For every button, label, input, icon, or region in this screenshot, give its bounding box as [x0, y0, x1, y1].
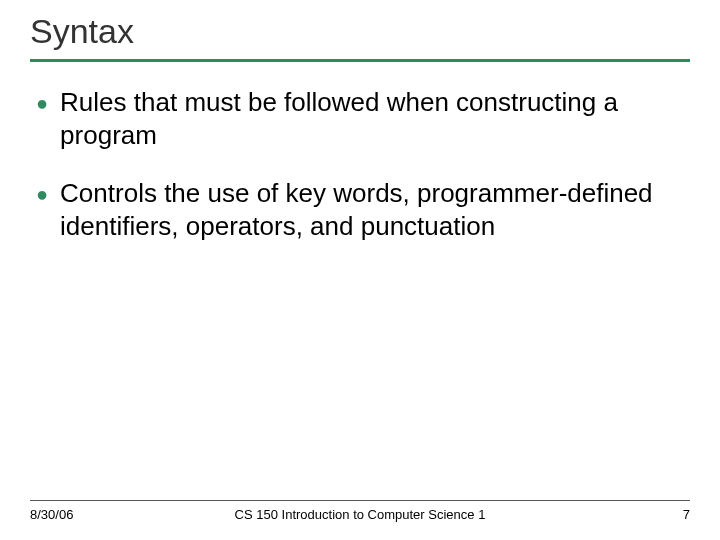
bullet-item: ● Rules that must be followed when const… [36, 86, 690, 151]
title-underline [30, 59, 690, 62]
slide: Syntax ● Rules that must be followed whe… [0, 0, 720, 540]
footer-line [30, 500, 690, 501]
slide-footer: 8/30/06 CS 150 Introduction to Computer … [30, 500, 690, 522]
bullet-icon: ● [36, 90, 48, 116]
footer-course: CS 150 Introduction to Computer Science … [195, 507, 525, 522]
slide-content: ● Rules that must be followed when const… [30, 86, 690, 540]
footer-date: 8/30/06 [30, 507, 195, 522]
bullet-item: ● Controls the use of key words, program… [36, 177, 690, 242]
bullet-icon: ● [36, 181, 48, 207]
footer-row: 8/30/06 CS 150 Introduction to Computer … [30, 507, 690, 522]
bullet-text: Rules that must be followed when constru… [60, 86, 690, 151]
bullet-text: Controls the use of key words, programme… [60, 177, 690, 242]
footer-page: 7 [525, 507, 690, 522]
slide-title: Syntax [30, 12, 690, 51]
